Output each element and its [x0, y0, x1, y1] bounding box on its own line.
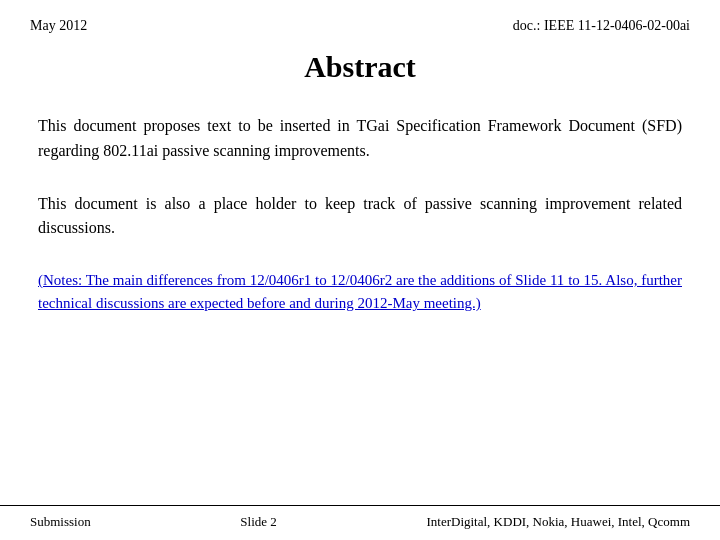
header: May 2012 doc.: IEEE 11-12-0406-02-00ai — [0, 0, 720, 34]
header-date: May 2012 — [30, 18, 87, 34]
footer-organizations: InterDigital, KDDI, Nokia, Huawei, Intel… — [426, 514, 690, 530]
notes-paragraph: (Notes: The main differences from 12/040… — [38, 269, 682, 316]
title-section: Abstract — [0, 50, 720, 84]
slide: May 2012 doc.: IEEE 11-12-0406-02-00ai A… — [0, 0, 720, 540]
second-paragraph: This document is also a place holder to … — [38, 192, 682, 242]
footer-submission: Submission — [30, 514, 91, 530]
slide-title: Abstract — [0, 50, 720, 84]
first-paragraph: This document proposes text to be insert… — [38, 114, 682, 164]
footer: Submission Slide 2 InterDigital, KDDI, N… — [0, 505, 720, 540]
header-doc-id: doc.: IEEE 11-12-0406-02-00ai — [513, 18, 690, 34]
footer-slide-number: Slide 2 — [240, 514, 276, 530]
content-area: This document proposes text to be insert… — [0, 114, 720, 316]
